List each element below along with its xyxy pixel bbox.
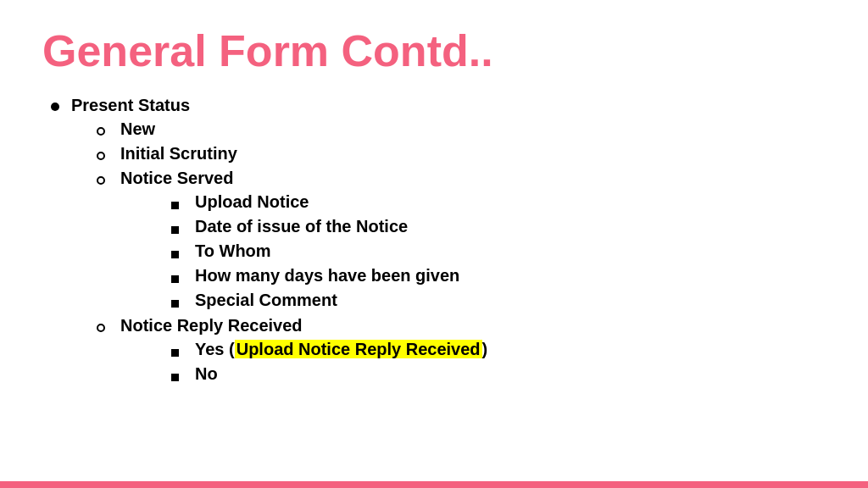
to-whom-label: To Whom <box>195 239 271 263</box>
bullet3-yes <box>171 341 195 361</box>
level1-item: Present Status New Initial <box>51 93 826 387</box>
bullet2-circle-3 <box>97 176 105 185</box>
bullet3-square-4 <box>171 275 179 283</box>
bullet3-days <box>171 268 195 287</box>
page-container: General Form Contd.. Present Status New <box>0 0 868 488</box>
level3-item-yes: Yes (Upload Notice Reply Received) <box>120 337 487 361</box>
bullet3-square-5 <box>171 300 179 308</box>
level3-item-special-comment: Special Comment <box>120 288 459 312</box>
level2-item-notice-served: Notice Served Upload Notice <box>71 166 487 313</box>
page-title: General Form Contd.. <box>42 25 826 76</box>
bullet3-special <box>171 292 195 312</box>
bullet2-initial <box>97 145 120 164</box>
notice-reply-content: Notice Reply Received Yes (Upload Notice… <box>120 313 487 386</box>
level2-item-initial-scrutiny: Initial Scrutiny <box>71 141 487 165</box>
level1-list: Present Status New Initial <box>51 93 826 387</box>
level3-list-reply: Yes (Upload Notice Reply Received) No <box>120 337 487 385</box>
level3-item-days: How many days have been given <box>120 263 459 287</box>
no-label: No <box>195 362 218 385</box>
bullet3-square-6 <box>171 349 179 357</box>
how-many-days-label: How many days have been given <box>195 263 459 287</box>
level2-item-notice-reply: Notice Reply Received Yes (Upload Notice… <box>71 313 487 386</box>
bullet3-upload <box>171 194 195 214</box>
bullet3-square-3 <box>171 251 179 258</box>
level1-item-content: Present Status New Initial <box>71 93 487 387</box>
bullet3-square-2 <box>171 226 179 234</box>
special-comment-label: Special Comment <box>195 288 337 312</box>
bullet3-date <box>171 219 195 238</box>
level3-item-upload: Upload Notice <box>120 190 459 214</box>
yes-label: Yes (Upload Notice Reply Received) <box>195 337 487 361</box>
content-area: Present Status New Initial <box>42 93 826 387</box>
initial-scrutiny-label: Initial Scrutiny <box>120 141 237 165</box>
bullet2-circle-2 <box>97 152 105 160</box>
notice-served-content: Notice Served Upload Notice <box>120 166 459 313</box>
bottom-bar <box>0 481 868 488</box>
present-status-label: Present Status <box>71 96 190 114</box>
level3-item-to-whom: To Whom <box>120 239 459 263</box>
level2-list: New Initial Scrutiny <box>71 117 487 386</box>
bullet3-no <box>171 366 195 385</box>
bullet2-circle-4 <box>97 324 105 332</box>
bullet3-to-whom <box>171 243 195 263</box>
upload-notice-label: Upload Notice <box>195 190 309 214</box>
level3-list-notice-served: Upload Notice Date of issue of the Notic… <box>120 190 459 312</box>
level3-item-date: Date of issue of the Notice <box>120 214 459 238</box>
bullet1-dot <box>51 103 59 111</box>
level2-item-new: New <box>71 117 487 141</box>
bullet2-notice-reply <box>97 317 120 336</box>
notice-served-label: Notice Served <box>120 169 233 187</box>
date-issue-label: Date of issue of the Notice <box>195 214 408 238</box>
bullet3-square <box>171 202 179 209</box>
bullet2-notice-served <box>97 169 120 189</box>
new-label: New <box>120 117 155 141</box>
notice-reply-label: Notice Reply Received <box>120 316 303 335</box>
level3-item-no: No <box>120 362 487 385</box>
bullet2-circle <box>97 127 105 136</box>
bullet3-square-7 <box>171 374 179 381</box>
highlight-upload-reply: Upload Notice Reply Received <box>235 340 482 358</box>
bullet1 <box>51 96 71 115</box>
bullet2-new <box>97 120 120 140</box>
